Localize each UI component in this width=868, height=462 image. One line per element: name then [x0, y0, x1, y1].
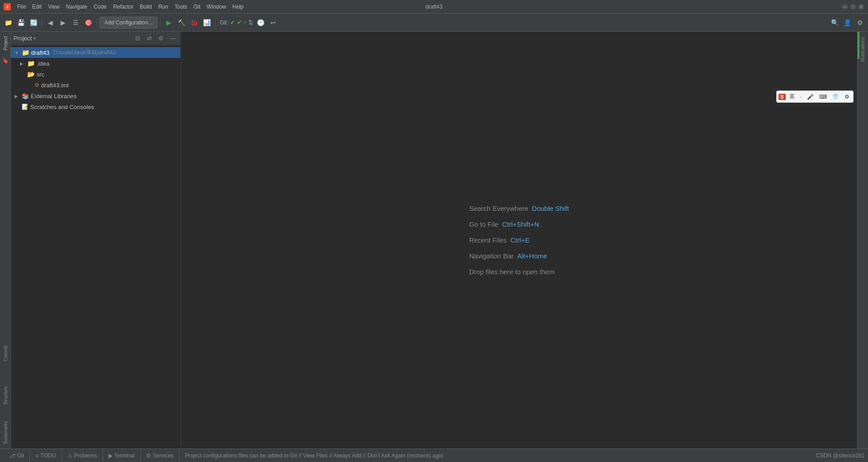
settings-button[interactable]: ⚙	[854, 17, 865, 28]
idea-folder-icon: 📁	[27, 60, 35, 67]
menu-run[interactable]: Run	[156, 3, 171, 11]
problems-tab-label: Problems	[74, 452, 97, 459]
recent-files-key[interactable]: Ctrl+E	[510, 236, 529, 244]
idea-folder-item[interactable]: ▶ 📁 .idea	[11, 58, 180, 69]
git-check2-icon: ✔	[237, 19, 242, 26]
nav-back-button[interactable]: ◀	[45, 17, 56, 28]
history-button[interactable]: 🕐	[255, 17, 266, 28]
panel-tab-structure[interactable]: Structure	[0, 384, 10, 408]
extlib-expand-arrow[interactable]: ▶	[14, 94, 20, 99]
nav-bar-key[interactable]: Alt+Home	[517, 252, 547, 260]
status-tab-problems[interactable]: ⚠ Problems	[62, 449, 103, 462]
menu-build[interactable]: Build	[137, 3, 155, 11]
menu-git[interactable]: Git	[191, 3, 203, 11]
nav-bar-label: Navigation Bar	[469, 252, 514, 260]
src-folder-item[interactable]: ▶ 📂 src	[11, 69, 180, 80]
ime-chinese-btn[interactable]: 英	[788, 92, 797, 101]
menu-tools[interactable]: Tools	[172, 3, 190, 11]
root-expand-arrow[interactable]: ▼	[14, 50, 20, 55]
save-all-button[interactable]: 💾	[15, 17, 26, 28]
notifications-tab[interactable]: Notifications	[860, 37, 865, 62]
sync-button[interactable]: 🔄	[28, 17, 39, 28]
menu-navigate[interactable]: Navigate	[63, 3, 90, 11]
tree-settings-button[interactable]: ⚙	[156, 33, 166, 43]
git-tab-icon: ⎇	[9, 452, 15, 459]
project-icon-button[interactable]: 📁	[3, 17, 14, 28]
menu-help[interactable]: Help	[230, 3, 246, 11]
build-button[interactable]: 🔨	[176, 17, 187, 28]
maximize-button[interactable]: □	[850, 4, 856, 10]
menu-window[interactable]: Window	[204, 3, 229, 11]
ime-settings-btn[interactable]: ⚙	[843, 93, 851, 101]
search-everywhere-key[interactable]: Double Shift	[532, 205, 569, 212]
ime-dot-btn[interactable]: ·	[798, 93, 803, 101]
ime-toolbar: S 英 · 🎤 ⌨ 👕 ⚙	[776, 90, 854, 103]
root-folder-icon: 📁	[22, 49, 29, 56]
rollback-button[interactable]: ↩	[268, 17, 278, 28]
scratches-expand-arrow[interactable]: ▶	[14, 105, 20, 110]
status-right-info: CSDN @silence281	[816, 452, 864, 459]
hint-nav-bar: Navigation Bar Alt+Home	[469, 252, 547, 260]
idea-expand-arrow[interactable]: ▶	[20, 61, 25, 66]
status-tab-todo[interactable]: ≡ TODO	[30, 449, 61, 462]
terminal-tab-label: Terminal	[114, 452, 135, 459]
debug-button[interactable]: 🐞	[189, 17, 199, 28]
coverage-button[interactable]: 📊	[201, 17, 212, 28]
git-check-icon: ✔	[230, 19, 235, 26]
problems-tab-icon: ⚠	[67, 452, 72, 459]
nav-recent-button[interactable]: ☰	[70, 17, 81, 28]
hint-recent-files: Recent Files Ctrl+E	[469, 236, 529, 244]
search-everywhere-label: Search Everywhere	[469, 205, 528, 212]
src-expand-arrow[interactable]: ▶	[20, 72, 25, 77]
menu-code[interactable]: Code	[91, 3, 109, 11]
scratches-item[interactable]: ▶ 📝 Scratches and Consoles	[11, 101, 180, 112]
panel-tab-bookmark[interactable]: 🔖	[0, 56, 10, 66]
status-right: CSDN @silence281	[816, 452, 864, 459]
close-button[interactable]: ✕	[858, 4, 864, 10]
nav-target-button[interactable]: 🎯	[83, 17, 94, 28]
tree-close-button[interactable]: —	[168, 33, 178, 43]
tree-root-item[interactable]: ▼ 📁 draft43 D:\code\Java\草稿\draft43	[11, 47, 180, 58]
goto-file-key[interactable]: Ctrl+Shift+N	[502, 220, 539, 228]
src-folder-label: src	[37, 71, 44, 78]
drop-files-hint: Drop files here to open them	[469, 268, 555, 276]
ime-logo[interactable]: S	[778, 94, 785, 100]
git-indicator-bar	[858, 32, 859, 59]
panel-tab-commit[interactable]: Commit	[0, 343, 10, 364]
profile-button[interactable]: 👤	[842, 17, 853, 28]
link-editor-button[interactable]: ⇄	[144, 33, 154, 43]
project-dropdown[interactable]: Project ▾	[14, 35, 36, 42]
external-libraries-item[interactable]: ▶ 📚 External Libraries	[11, 90, 180, 101]
iml-file-label: draft43.iml	[41, 82, 69, 89]
ime-skin-btn[interactable]: 👕	[830, 93, 841, 101]
search-button[interactable]: 🔍	[829, 17, 840, 28]
ime-keyboard-btn[interactable]: ⌨	[817, 93, 829, 101]
scratches-icon: 📝	[22, 104, 28, 110]
menu-edit[interactable]: Edit	[29, 3, 44, 11]
project-panel-label: Project	[14, 35, 32, 42]
terminal-tab-icon: ▶	[108, 452, 113, 459]
recent-files-label: Recent Files	[469, 236, 507, 244]
hint-goto-file: Go to File Ctrl+Shift+N	[469, 220, 539, 228]
toolbar-divider-1	[42, 18, 42, 27]
status-tab-terminal[interactable]: ▶ Terminal	[103, 449, 141, 462]
iml-placeholder: ▶	[27, 83, 33, 88]
run-button[interactable]: ▶	[163, 17, 174, 28]
ime-mic-btn[interactable]: 🎤	[805, 93, 816, 101]
menu-refactor[interactable]: Refactor	[110, 3, 136, 11]
menu-view[interactable]: View	[45, 3, 62, 11]
status-tab-git[interactable]: ⎇ Git	[4, 449, 30, 462]
nav-forward-button[interactable]: ▶	[57, 17, 68, 28]
panel-tab-bookmarks-bottom[interactable]: Bookmarks	[0, 419, 10, 447]
collapse-all-button[interactable]: ⊟	[132, 33, 142, 43]
iml-file-icon: ⚙	[34, 82, 39, 88]
menu-file[interactable]: File	[14, 3, 28, 11]
toolbar-divider-3	[160, 18, 160, 27]
status-tab-services[interactable]: ⚙ Services	[141, 449, 179, 462]
root-path: D:\code\Java\草稿\draft43	[53, 49, 115, 57]
minimize-button[interactable]: —	[842, 4, 848, 10]
add-configuration-button[interactable]: Add Configuration...	[99, 17, 157, 29]
iml-file-item[interactable]: ▶ ⚙ draft43.iml	[11, 80, 180, 90]
panel-tab-project[interactable]: Project	[0, 33, 10, 53]
todo-tab-label: TODO	[40, 452, 56, 459]
